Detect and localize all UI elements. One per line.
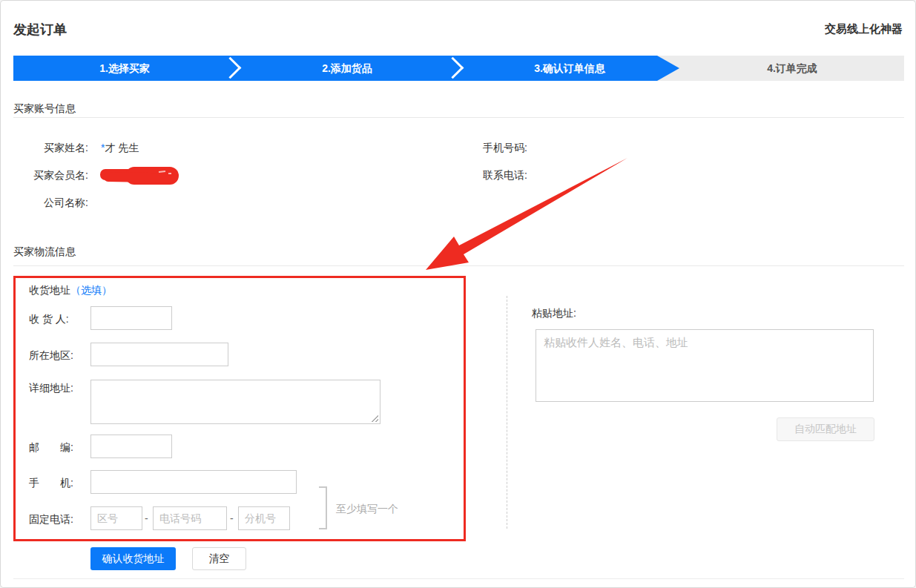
section-title-logistics: 买家物流信息 xyxy=(13,245,76,259)
receiver-label: 收 货 人: xyxy=(29,313,69,326)
zip-label: 邮 编: xyxy=(29,441,73,455)
zip-input[interactable] xyxy=(90,435,172,458)
paste-address-label: 粘贴地址: xyxy=(532,307,576,320)
divider xyxy=(13,265,904,266)
region-input[interactable] xyxy=(90,343,228,366)
redaction-scribble xyxy=(100,167,179,185)
tel-area-code-input[interactable] xyxy=(90,506,142,530)
annotation-overlay xyxy=(1,1,916,588)
region-label: 所在地区: xyxy=(29,349,73,363)
tel-number-input[interactable] xyxy=(153,506,227,530)
tel-ext-input[interactable] xyxy=(238,506,290,530)
bracket-shape xyxy=(319,486,327,529)
page-title: 发起订单 xyxy=(13,21,67,39)
step-1-select-buyer: 1.选择买家 xyxy=(13,56,236,81)
auto-match-address-button[interactable]: 自动匹配地址 xyxy=(777,417,874,441)
step-3-confirm-order: 3.确认订单信息 xyxy=(458,56,681,81)
telephone-label: 固定电话: xyxy=(29,513,73,526)
divider xyxy=(13,578,904,579)
confirm-address-button[interactable]: 确认收货地址 xyxy=(90,547,176,570)
section-title-account: 买家账号信息 xyxy=(13,102,76,116)
company-name-label: 公司名称: xyxy=(1,196,88,210)
detail-address-label: 详细地址: xyxy=(29,382,73,395)
order-page: 发起订单 交易线上化神器 1.选择买家 2.添加货品 3.确认订单信息 4.订单… xyxy=(0,0,916,588)
paste-address-textarea[interactable] xyxy=(536,329,874,402)
brand-title: 交易线上化神器 xyxy=(825,22,903,36)
step-2-add-goods: 2.添加货品 xyxy=(236,56,458,81)
vertical-dashed-divider xyxy=(507,296,507,529)
clear-button[interactable]: 清空 xyxy=(192,547,246,570)
step-4-order-done: 4.订单完成 xyxy=(681,56,903,81)
receiver-input[interactable] xyxy=(90,306,172,330)
at-least-one-note: 至少填写一个 xyxy=(336,503,398,516)
mobile-input[interactable] xyxy=(90,470,297,494)
mobile-label: 手 机: xyxy=(29,477,73,490)
step-wizard: 1.选择买家 2.添加货品 3.确认订单信息 4.订单完成 xyxy=(13,56,904,81)
dash-separator: - xyxy=(230,512,234,524)
dash-separator: - xyxy=(145,512,148,524)
member-name-label: 买家会员名: xyxy=(1,169,88,182)
address-form-header: 收货地址（选填） xyxy=(29,284,112,297)
buyer-name-value: *才 先生 xyxy=(101,142,139,155)
divider xyxy=(13,117,904,118)
mobile-number-label: 手机号码: xyxy=(483,142,527,155)
detail-address-textarea[interactable] xyxy=(90,380,380,424)
contact-phone-label: 联系电话: xyxy=(483,169,527,182)
buyer-name-label: 买家姓名: xyxy=(1,142,88,155)
optional-link[interactable]: （选填） xyxy=(70,284,112,296)
